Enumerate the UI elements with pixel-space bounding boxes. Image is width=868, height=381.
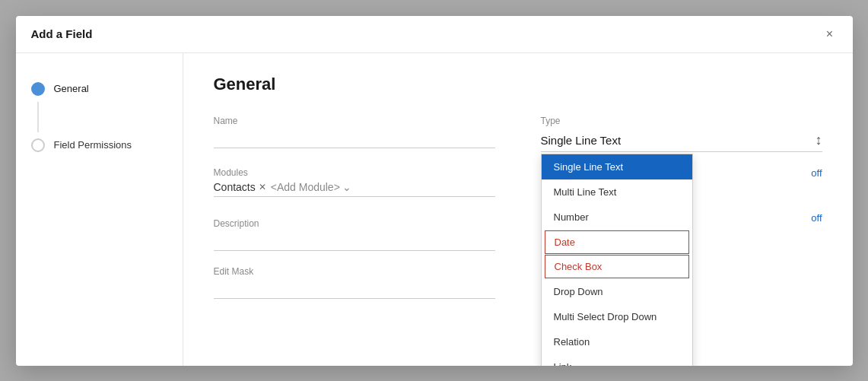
dropdown-item-check-box[interactable]: Check Box <box>545 255 689 278</box>
type-label: Type <box>541 116 822 126</box>
sidebar-step-general[interactable]: General <box>31 76 167 102</box>
cursor-icon: ↕ <box>816 132 822 148</box>
close-button[interactable]: × <box>822 27 838 42</box>
section-title: General <box>214 75 822 94</box>
type-field: Type Single Line Text ↕ Single Line Text… <box>541 116 822 152</box>
dropdown-item-number[interactable]: Number <box>542 205 692 230</box>
type-dropdown-menu: Single Line Text Multi Line Text Number … <box>541 154 693 366</box>
modal-body: General Field Permissions General Name <box>16 53 853 366</box>
modules-field: Modules Contacts ✕ <Add Module> ⌄ <box>214 167 495 197</box>
sidebar-step-field-permissions[interactable]: Field Permissions <box>31 132 167 158</box>
dropdown-item-multi-select-drop-down[interactable]: Multi Select Drop Down <box>542 304 692 329</box>
modal-overlay: Add a Field × General Field Permissions … <box>0 0 868 381</box>
edit-mask-field: Edit Mask <box>214 266 495 299</box>
step-circle-general <box>31 82 45 96</box>
step-connector <box>37 102 39 132</box>
modal-title: Add a Field <box>31 27 93 40</box>
dropdown-item-date[interactable]: Date <box>545 230 689 254</box>
description-input[interactable] <box>214 232 495 251</box>
type-dropdown-trigger[interactable]: Single Line Text ↕ <box>541 129 822 152</box>
name-field: Name <box>214 116 495 152</box>
type-value: Single Line Text <box>541 134 622 147</box>
dropdown-item-single-line-text[interactable]: Single Line Text <box>542 154 692 179</box>
unique-value[interactable]: off <box>811 212 822 224</box>
sidebar: General Field Permissions <box>16 53 183 366</box>
name-input[interactable] <box>214 129 495 148</box>
description-field: Description <box>214 218 495 251</box>
modules-label: Modules <box>214 167 495 178</box>
modal-header: Add a Field × <box>16 16 853 53</box>
module-tag-label: Contacts <box>214 181 256 193</box>
module-remove-icon[interactable]: ✕ <box>259 182 266 192</box>
edit-mask-label: Edit Mask <box>214 266 495 277</box>
dropdown-item-link[interactable]: Link <box>542 354 692 366</box>
main-content: General Name Type Single Line Text ↕ <box>183 53 853 366</box>
add-module-button[interactable]: <Add Module> ⌄ <box>271 181 351 193</box>
module-tag-contacts: Contacts ✕ <box>214 181 266 193</box>
dropdown-item-relation[interactable]: Relation <box>542 329 692 354</box>
required-value[interactable]: off <box>811 167 822 179</box>
sidebar-item-label-general: General <box>54 83 89 94</box>
modal: Add a Field × General Field Permissions … <box>16 16 853 366</box>
description-label: Description <box>214 218 495 229</box>
add-module-label: <Add Module> <box>271 181 340 193</box>
step-circle-field-permissions <box>31 138 45 152</box>
modules-row: Contacts ✕ <Add Module> ⌄ <box>214 181 495 197</box>
edit-mask-input[interactable] <box>214 280 495 299</box>
sidebar-item-label-field-permissions: Field Permissions <box>54 139 132 151</box>
name-label: Name <box>214 116 495 126</box>
dropdown-item-multi-line-text[interactable]: Multi Line Text <box>542 179 692 205</box>
chevron-down-icon: ⌄ <box>342 181 351 193</box>
dropdown-item-drop-down[interactable]: Drop Down <box>542 279 692 304</box>
